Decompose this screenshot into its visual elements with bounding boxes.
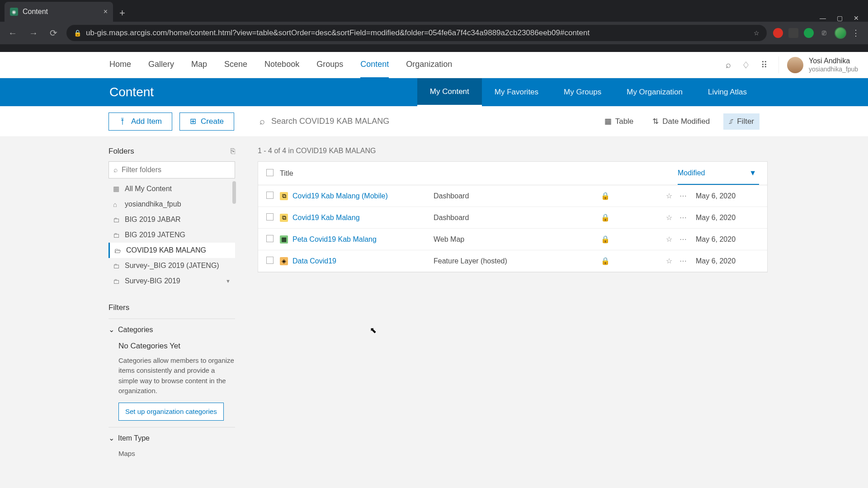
row-title-cell: ⧉Covid19 Kab Malang (Mobile) xyxy=(280,192,434,200)
row-checkbox[interactable] xyxy=(266,235,280,244)
folder-filter[interactable]: ⌕ xyxy=(108,161,235,178)
col-title[interactable]: Title xyxy=(280,169,678,178)
add-item-button[interactable]: ⭱ Add Item xyxy=(108,113,172,131)
view-table-button[interactable]: ▦ Table xyxy=(599,113,639,130)
select-all-checkbox[interactable] xyxy=(266,169,280,178)
categories-label: Categories xyxy=(118,326,153,334)
upload-icon: ⭱ xyxy=(119,117,127,126)
folder-label: All My Content xyxy=(125,185,172,193)
nav-link-map[interactable]: Map xyxy=(191,52,207,78)
row-checkbox[interactable] xyxy=(266,192,280,201)
nav-link-home[interactable]: Home xyxy=(109,52,131,78)
share-icon[interactable]: 🔒 xyxy=(560,235,651,244)
user-menu[interactable]: Yosi Andhika yosiandhika_fpub xyxy=(778,56,858,74)
create-button[interactable]: ⊞ Create xyxy=(179,113,234,131)
table-row: ⧉Covid19 Kab MalangDashboard🔒☆⋯May 6, 20… xyxy=(258,207,767,229)
star-icon[interactable]: ☆ xyxy=(666,213,672,222)
folder-item[interactable]: 🗀BIG 2019 JABAR xyxy=(108,212,235,227)
row-actions: ☆⋯ xyxy=(651,257,687,265)
filter-button[interactable]: ⎎ Filter xyxy=(723,113,760,130)
close-window-icon[interactable]: ✕ xyxy=(854,14,859,22)
extension-icon[interactable] xyxy=(804,28,814,38)
item-link[interactable]: Covid19 Kab Malang xyxy=(292,214,360,222)
maximize-icon[interactable]: ▢ xyxy=(837,14,843,22)
row-title-cell: ⧉Covid19 Kab Malang xyxy=(280,214,434,222)
sub-tab-my-organization[interactable]: My Organization xyxy=(614,78,695,106)
nav-link-scene[interactable]: Scene xyxy=(224,52,247,78)
star-icon[interactable]: ☆ xyxy=(666,192,672,200)
folder-item[interactable]: 🗁COVID19 KAB MALANG xyxy=(108,243,235,258)
media-icon[interactable]: ⎚ xyxy=(819,27,829,39)
reload-button[interactable]: ⟳ xyxy=(47,26,60,40)
back-button[interactable]: ← xyxy=(5,26,20,40)
col-modified[interactable]: Modified ▼ xyxy=(678,162,759,185)
star-icon[interactable]: ☆ xyxy=(754,29,760,37)
row-checkbox[interactable] xyxy=(266,213,280,222)
share-icon[interactable]: 🔒 xyxy=(560,192,651,200)
nav-link-organization[interactable]: Organization xyxy=(406,52,452,78)
profile-avatar[interactable] xyxy=(835,27,846,39)
plus-icon: ⊞ xyxy=(190,117,196,126)
star-icon[interactable]: ☆ xyxy=(666,235,672,244)
folder-item[interactable]: ⌂yosiandhika_fpub xyxy=(108,197,235,212)
folder-label: COVID19 KAB MALANG xyxy=(126,246,206,254)
browser-tab[interactable]: ◉ Content × xyxy=(5,2,113,22)
item-link[interactable]: Data Covid19 xyxy=(292,257,336,265)
extensions-area: ⎚ ⋮ xyxy=(773,27,863,39)
more-icon[interactable]: ⋯ xyxy=(679,257,687,265)
setup-categories-button[interactable]: Set up organization categories xyxy=(118,403,224,421)
apps-icon[interactable]: ⠿ xyxy=(761,60,768,70)
more-icon[interactable]: ⋯ xyxy=(679,192,687,200)
minimize-icon[interactable]: — xyxy=(820,14,826,22)
categories-toggle[interactable]: ⌄ Categories xyxy=(108,325,235,334)
sub-tab-my-content[interactable]: My Content xyxy=(417,78,482,106)
new-tab-button[interactable]: + xyxy=(113,7,132,22)
row-checkbox[interactable] xyxy=(266,257,280,266)
item-type-option[interactable]: Maps xyxy=(118,449,235,459)
share-icon[interactable]: 🔒 xyxy=(560,257,651,265)
item-link[interactable]: Covid19 Kab Malang (Mobile) xyxy=(292,192,388,200)
folder-item[interactable]: ▦All My Content xyxy=(108,181,235,197)
search-icon: ⌕ xyxy=(113,166,118,174)
row-type: Dashboard xyxy=(434,214,560,222)
more-icon[interactable]: ⋯ xyxy=(679,235,687,244)
new-folder-icon[interactable]: ⎘ xyxy=(231,147,235,156)
nav-link-notebook[interactable]: Notebook xyxy=(264,52,299,78)
sort-button[interactable]: ⇅ Date Modified xyxy=(647,113,715,130)
row-date: May 6, 2020 xyxy=(687,214,759,222)
folder-item[interactable]: 🗀Survey-BIG 2019▼ xyxy=(108,273,235,289)
add-item-label: Add Item xyxy=(131,117,162,126)
extension-icon[interactable] xyxy=(788,28,798,38)
sub-tab-my-favorites[interactable]: My Favorites xyxy=(482,78,551,106)
close-icon[interactable]: × xyxy=(104,8,108,16)
search-icon[interactable]: ⌕ xyxy=(259,116,265,127)
bell-icon[interactable]: ♢ xyxy=(742,60,750,70)
url-field[interactable]: 🔒 ub-gis.maps.arcgis.com/home/content.ht… xyxy=(66,25,767,41)
menu-icon[interactable]: ⋮ xyxy=(852,28,860,38)
nav-links: HomeGalleryMapSceneNotebookGroupsContent… xyxy=(109,52,452,78)
more-icon[interactable]: ⋯ xyxy=(679,213,687,222)
chevron-down-icon: ▼ xyxy=(226,278,231,284)
forward-button[interactable]: → xyxy=(26,26,41,40)
nav-link-content[interactable]: Content xyxy=(360,52,389,78)
item-type-toggle[interactable]: ⌄ Item Type xyxy=(108,434,235,442)
sub-tab-my-groups[interactable]: My Groups xyxy=(551,78,614,106)
folder-icon: 🗀 xyxy=(113,277,120,285)
folder-item[interactable]: 🗀BIG 2019 JATENG xyxy=(108,227,235,243)
search-input[interactable] xyxy=(271,117,592,126)
share-icon[interactable]: 🔒 xyxy=(560,213,651,222)
sub-tab-living-atlas[interactable]: Living Atlas xyxy=(695,78,760,106)
star-icon[interactable]: ☆ xyxy=(666,257,672,265)
folders-label: Folders xyxy=(108,147,134,156)
folder-item[interactable]: 🗀Survey-_BIG 2019 (JATENG) xyxy=(108,258,235,273)
nav-link-gallery[interactable]: Gallery xyxy=(148,52,174,78)
avatar xyxy=(787,57,803,73)
item-type-body: Maps xyxy=(108,442,235,459)
nav-link-groups[interactable]: Groups xyxy=(316,52,343,78)
scrollbar[interactable] xyxy=(232,181,236,204)
search-icon[interactable]: ⌕ xyxy=(726,60,731,70)
extension-icon[interactable] xyxy=(773,28,783,38)
item-link[interactable]: Peta Covid19 Kab Malang xyxy=(292,235,377,244)
browser-chrome: ◉ Content × + — ▢ ✕ ← → ⟳ 🔒 ub-gis.maps.… xyxy=(0,0,868,52)
folder-filter-input[interactable] xyxy=(122,166,230,174)
